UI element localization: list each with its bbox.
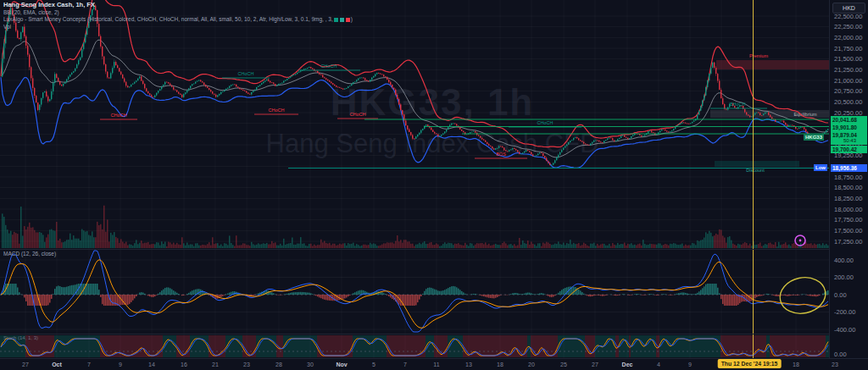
macd-histogram-bar xyxy=(358,290,359,295)
main-price-pane[interactable]: PremiumEquilibriumDiscountCHoCHCHoCHCHoC… xyxy=(0,0,829,249)
candle xyxy=(110,73,111,78)
volume-bar xyxy=(592,244,593,248)
macd-histogram-bar xyxy=(107,295,108,306)
macd-histogram-bar xyxy=(465,294,466,295)
stoch-bg-stripe xyxy=(259,335,261,357)
volume-bar xyxy=(487,245,488,248)
candle xyxy=(32,78,33,88)
candle xyxy=(417,135,418,136)
volume-bar xyxy=(619,245,620,248)
stoch-pane[interactable] xyxy=(0,334,829,358)
stoch-bg-stripe xyxy=(692,335,693,357)
stoch-bg-stripe xyxy=(815,335,817,357)
stoch-bg-stripe xyxy=(215,335,217,357)
candle xyxy=(168,82,169,83)
candle xyxy=(297,73,298,75)
macd-histogram-bar xyxy=(510,294,512,295)
candle xyxy=(566,145,567,146)
volume-bar xyxy=(220,245,222,248)
stoch-bg-stripe xyxy=(459,335,461,357)
candle xyxy=(766,112,767,113)
macd-histogram-bar xyxy=(453,286,454,295)
volume-indicator-legend[interactable]: Vol xyxy=(3,24,353,31)
currency-badge[interactable]: HKD xyxy=(832,3,865,14)
volume-bar xyxy=(687,246,688,248)
volume-bar xyxy=(92,231,93,248)
macd-histogram-bar xyxy=(153,295,154,297)
price-axis[interactable]: 22,500.0022,250.0022,000.0021,750.0021,5… xyxy=(829,0,868,358)
structure-label: BOS xyxy=(496,152,506,157)
volume-bar xyxy=(320,240,322,248)
candle xyxy=(500,146,501,147)
candle xyxy=(149,93,150,95)
macd-histogram-bar xyxy=(520,294,522,295)
candle xyxy=(624,135,625,137)
purple-circle-dot xyxy=(799,240,802,242)
candle xyxy=(236,85,236,86)
candle xyxy=(117,65,118,68)
macd-histogram-bar xyxy=(326,295,327,300)
volume-bar xyxy=(387,242,388,248)
macd-histogram-bar xyxy=(605,295,607,295)
macd-histogram-bar xyxy=(105,295,107,306)
volume-bar xyxy=(395,241,397,248)
macd-histogram-bar xyxy=(346,295,348,297)
stoch-bg-stripe xyxy=(161,335,163,357)
volume-bar xyxy=(76,239,78,248)
stoch-bg-stripe xyxy=(341,335,342,357)
candle xyxy=(622,135,623,136)
bb-indicator-legend[interactable]: BB (20, EMA, close, 2) xyxy=(3,9,353,17)
volume-bar xyxy=(336,246,337,248)
volume-bar xyxy=(47,235,49,248)
volume-bar xyxy=(639,244,641,248)
candle xyxy=(602,142,603,143)
macd-histogram-bar xyxy=(456,287,458,295)
macd-histogram-bar xyxy=(31,295,32,306)
volume-bar xyxy=(766,245,768,248)
candle xyxy=(490,146,491,146)
macd-pane[interactable] xyxy=(0,249,829,334)
volume-bar xyxy=(364,245,366,248)
macd-histogram-bar xyxy=(353,293,354,295)
stoch-bg-stripe xyxy=(817,335,819,357)
volume-bar xyxy=(509,245,510,248)
volume-bar xyxy=(717,235,719,248)
stoch-indicator-legend[interactable]: Stoch (14, 1, 3) xyxy=(3,335,38,340)
volume-bar xyxy=(758,244,760,248)
candle xyxy=(258,86,259,86)
candle xyxy=(470,132,470,133)
symbol-legend[interactable]: Hang Seng Index Cash, 1h, FX xyxy=(3,2,353,9)
candle xyxy=(207,86,208,88)
volume-bar xyxy=(307,246,309,248)
volume-bar xyxy=(788,245,790,248)
candle xyxy=(363,78,364,79)
candle xyxy=(248,92,248,93)
pane-separator[interactable] xyxy=(0,334,868,334)
candle xyxy=(805,130,806,132)
macd-histogram-bar xyxy=(309,293,310,295)
macd-indicator-legend[interactable]: MACD (12, 26, close) xyxy=(3,251,56,257)
volume-bar xyxy=(319,245,320,248)
candle xyxy=(653,132,654,133)
candle xyxy=(219,94,220,95)
luxalgo-indicator-legend[interactable]: LuxAlgo - Smart Money Concepts (Historic… xyxy=(3,16,353,24)
macd-histogram-bar xyxy=(588,295,590,296)
candle xyxy=(588,145,589,146)
stoch-bg-stripe xyxy=(495,335,497,357)
macd-histogram-bar xyxy=(71,285,73,295)
macd-tick-label: 400.00 xyxy=(834,257,854,264)
volume-bar xyxy=(78,239,80,248)
volume-bar xyxy=(741,245,743,248)
stoch-bg-stripe xyxy=(402,335,403,357)
volume-bar xyxy=(283,239,285,248)
candle xyxy=(115,62,116,65)
volume-bar xyxy=(615,246,617,248)
volume-bar xyxy=(3,217,5,248)
volume-bar xyxy=(210,246,212,248)
candle xyxy=(263,82,264,84)
macd-histogram-bar xyxy=(73,285,75,295)
pane-separator[interactable] xyxy=(0,249,868,250)
volume-bar xyxy=(200,246,202,248)
crosshair-vertical-line xyxy=(753,0,754,358)
volume-bar xyxy=(27,227,29,248)
